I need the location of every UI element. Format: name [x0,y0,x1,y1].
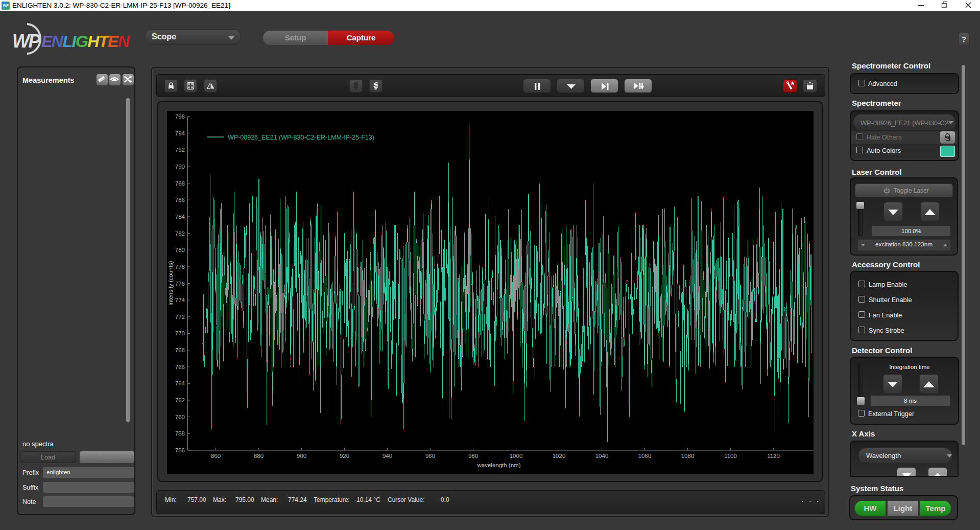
svg-text:1100: 1100 [724,453,737,459]
svg-text:1020: 1020 [553,453,566,459]
svg-text:960: 960 [425,453,435,459]
svg-text:1080: 1080 [681,453,695,459]
svg-text:770: 770 [175,330,185,336]
svg-text:1000: 1000 [510,453,523,459]
svg-text:782: 782 [175,231,185,237]
svg-text:796: 796 [175,113,185,120]
svg-text:880: 880 [254,453,264,459]
svg-text:778: 778 [175,264,185,270]
svg-text:760: 760 [175,414,185,420]
svg-text:758: 758 [175,430,185,436]
svg-text:1060: 1060 [638,453,652,459]
svg-text:900: 900 [297,453,306,459]
svg-text:wavelength (nm): wavelength (nm) [476,462,520,468]
svg-text:860: 860 [211,453,221,459]
svg-text:776: 776 [175,281,185,287]
svg-text:920: 920 [340,453,349,459]
svg-text:768: 768 [175,347,185,353]
svg-text:1120: 1120 [767,453,780,459]
svg-text:756: 756 [175,447,185,453]
svg-text:788: 788 [175,180,185,187]
svg-text:766: 766 [175,364,185,370]
svg-text:786: 786 [175,197,185,203]
svg-text:790: 790 [175,164,185,170]
svg-text:792: 792 [175,147,185,153]
svg-text:WP-00926_EE21 (WP-830-C2-ER-LM: WP-00926_EE21 (WP-830-C2-ER-LMM-IP-25-F1… [228,134,374,141]
svg-text:940: 940 [383,453,392,459]
svg-text:764: 764 [175,380,185,386]
svg-text:intensity (counts): intensity (counts) [168,261,174,305]
svg-text:762: 762 [175,397,185,403]
svg-text:784: 784 [175,214,185,220]
svg-text:780: 780 [175,247,185,253]
svg-text:794: 794 [175,130,185,136]
svg-text:980: 980 [468,453,478,459]
svg-text:774: 774 [175,297,185,303]
svg-text:772: 772 [175,314,185,320]
svg-text:1040: 1040 [595,453,609,459]
